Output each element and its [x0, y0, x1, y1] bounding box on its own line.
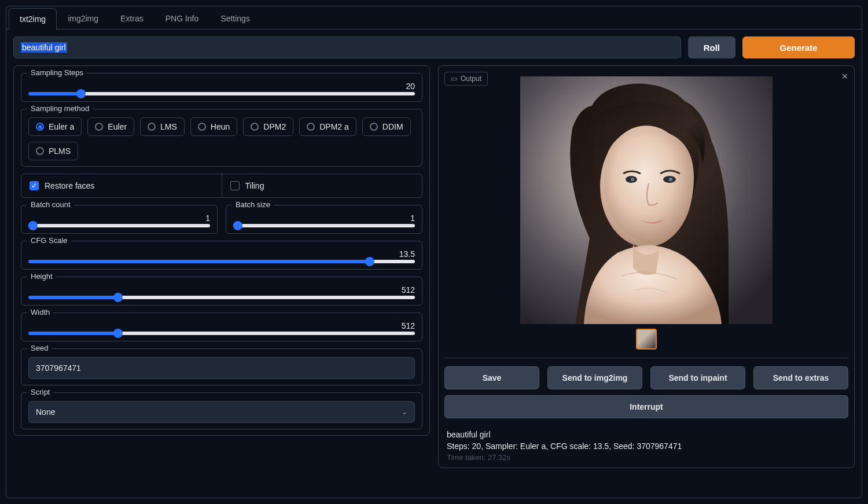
tab-extras[interactable]: Extras	[109, 8, 155, 29]
restore-faces-label: Restore faces	[45, 181, 94, 190]
svg-point-4	[631, 178, 634, 181]
radio-icon	[148, 123, 156, 131]
meta-params: Steps: 20, Sampler: Euler a, CFG scale: …	[447, 442, 846, 451]
radio-icon	[36, 147, 44, 155]
restore-faces-toggle[interactable]: ✓ Restore faces	[21, 174, 222, 197]
tab-pnginfo[interactable]: PNG Info	[155, 8, 210, 29]
cfg-scale-slider[interactable]	[28, 260, 415, 263]
batch-size-field: Batch size 1	[226, 205, 422, 234]
app-frame: txt2img img2img Extras PNG Info Settings…	[6, 6, 862, 498]
sampler-plms[interactable]: PLMS	[28, 142, 78, 160]
save-button[interactable]: Save	[444, 366, 539, 389]
batch-size-label: Batch size	[232, 200, 274, 209]
chevron-down-icon: ⌄	[402, 408, 407, 416]
seed-field: Seed	[21, 348, 422, 385]
batch-count-slider[interactable]	[28, 224, 210, 227]
prompt-text: beautiful girl	[21, 42, 67, 53]
height-slider[interactable]	[28, 296, 415, 299]
main-tabs: txt2img img2img Extras PNG Info Settings	[6, 6, 862, 30]
script-select[interactable]: None ⌄	[28, 401, 415, 423]
settings-column: Sampling Steps 20 Sampling method Euler …	[13, 65, 430, 491]
interrupt-button[interactable]: Interrupt	[444, 395, 848, 418]
sampling-method-field: Sampling method Euler a Euler LMS Heun D…	[21, 109, 422, 167]
sampling-steps-label: Sampling Steps	[27, 68, 87, 77]
batch-size-slider[interactable]	[233, 224, 415, 227]
settings-panel: Sampling Steps 20 Sampling method Euler …	[13, 65, 430, 436]
cfg-scale-label: CFG Scale	[27, 236, 71, 245]
generate-button[interactable]: Generate	[742, 36, 855, 58]
meta-time: Time taken: 27.32s	[447, 453, 846, 462]
send-extras-button[interactable]: Send to extras	[753, 366, 848, 389]
sampler-dpm2a[interactable]: DPM2 a	[299, 117, 356, 136]
height-label: Height	[27, 272, 56, 281]
checkbox-icon: ✓	[30, 181, 39, 190]
main-area: Sampling Steps 20 Sampling method Euler …	[6, 65, 862, 498]
generated-image[interactable]	[520, 76, 773, 324]
output-thumbnail[interactable]	[636, 329, 657, 350]
sampling-method-options: Euler a Euler LMS Heun DPM2 DPM2 a DDIM …	[28, 117, 415, 160]
send-img2img-button[interactable]: Send to img2img	[547, 366, 642, 389]
tiling-label: Tiling	[245, 181, 264, 190]
script-field: Script None ⌄	[21, 392, 422, 429]
radio-icon	[95, 123, 103, 131]
svg-point-5	[669, 178, 672, 181]
output-column: ▭ Output ✕	[438, 65, 855, 491]
tab-settings[interactable]: Settings	[209, 8, 261, 29]
sampler-heun[interactable]: Heun	[190, 117, 237, 136]
height-field: Height 512	[21, 277, 422, 306]
sampler-euler[interactable]: Euler	[87, 117, 134, 136]
width-field: Width 512	[21, 312, 422, 341]
radio-icon	[198, 123, 206, 131]
width-slider[interactable]	[28, 332, 415, 335]
meta-prompt: beautiful girl	[447, 430, 846, 439]
roll-button[interactable]: Roll	[688, 36, 735, 58]
width-label: Width	[27, 308, 53, 317]
sampling-method-label: Sampling method	[27, 104, 93, 113]
sampling-steps-slider[interactable]	[28, 92, 415, 95]
output-actions-row: Save Send to img2img Send to inpaint Sen…	[444, 366, 848, 389]
divider	[444, 358, 848, 358]
radio-icon	[307, 123, 315, 131]
prompt-input[interactable]: beautiful girl	[13, 36, 681, 58]
radio-icon	[370, 123, 378, 131]
radio-icon	[251, 123, 259, 131]
sampler-ddim[interactable]: DDIM	[362, 117, 411, 136]
script-value: None	[36, 407, 55, 417]
sampler-dpm2[interactable]: DPM2	[243, 117, 293, 136]
sampler-lms[interactable]: LMS	[140, 117, 185, 136]
batch-count-label: Batch count	[27, 200, 74, 209]
radio-icon	[36, 123, 44, 131]
generation-meta: beautiful girl Steps: 20, Sampler: Euler…	[444, 424, 848, 462]
tab-txt2img[interactable]: txt2img	[9, 8, 57, 30]
batch-count-field: Batch count 1	[21, 205, 218, 234]
sampling-steps-field: Sampling Steps 20	[21, 73, 422, 102]
seed-input[interactable]	[28, 357, 415, 379]
output-image-area	[444, 76, 848, 350]
sampler-euler-a[interactable]: Euler a	[28, 117, 82, 136]
prompt-row: beautiful girl Roll Generate	[6, 30, 862, 65]
output-panel: ▭ Output ✕	[438, 65, 855, 468]
toggles-row: ✓ Restore faces Tiling	[21, 174, 422, 198]
script-label: Script	[27, 388, 53, 396]
tiling-toggle[interactable]: Tiling	[222, 174, 422, 197]
send-inpaint-button[interactable]: Send to inpaint	[650, 366, 745, 389]
seed-label: Seed	[27, 344, 52, 352]
checkbox-icon	[230, 181, 240, 190]
cfg-scale-field: CFG Scale 13.5	[21, 241, 422, 270]
tab-img2img[interactable]: img2img	[57, 8, 109, 29]
